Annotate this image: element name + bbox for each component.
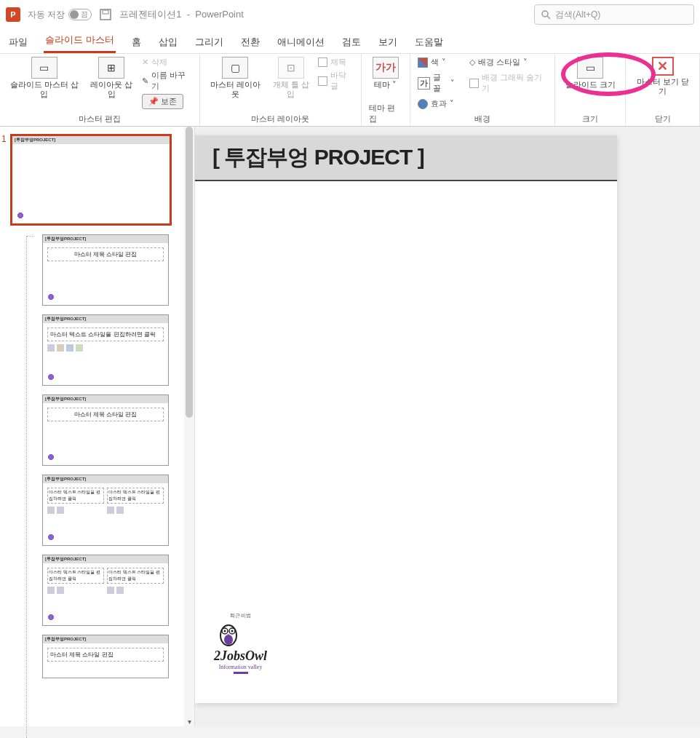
rename-button[interactable]: ✎ 이름 바꾸기 (142, 70, 192, 92)
fonts-dropdown[interactable]: 가 글꼴 ˅ (418, 72, 455, 94)
master-thumbnail[interactable]: [투잡부엉PROJECT] (10, 134, 172, 226)
layout-thumbnail[interactable]: [투잡부엉PROJECT] 마스터 제목 스타일 편집 (42, 394, 169, 466)
group-label: 크기 (582, 114, 598, 124)
group-label: 마스터 레이아웃 (251, 114, 309, 124)
effects-dropdown[interactable]: 효과 ˅ (418, 98, 455, 109)
slide-size-icon: ▭ (577, 57, 603, 79)
colors-dropdown[interactable]: 색 ˅ (418, 57, 455, 68)
menu-animations[interactable]: 애니메이션 (276, 31, 326, 53)
layout-thumbnail[interactable]: [투잡부엉PROJECT] 마스터 텍스트 스타일을 편집하려면 클릭 (42, 314, 169, 386)
layout-thumbnail[interactable]: [투잡부엉PROJECT] 마스터 제목 스타일 편집 (42, 234, 169, 306)
slide-master-preview[interactable]: [ 투잡부엉 PROJECT ] 퇴근 비법 2JobsOwl Informat… (195, 135, 617, 703)
thumb-content-icons (107, 507, 164, 514)
slide-logo: 퇴근 비법 2JobsOwl Information valley (214, 612, 267, 674)
menu-help[interactable]: 도움말 (413, 31, 445, 53)
search-input[interactable]: 검색(Alt+Q) (534, 4, 694, 25)
preserve-icon: 📌 (148, 97, 159, 106)
slide-size-button[interactable]: ▭ 슬라이드 크기 ˅ (562, 57, 618, 99)
search-icon (541, 9, 551, 20)
placeholder-icon: ⊡ (278, 57, 304, 79)
slide-title[interactable]: [ 투잡부엉 PROJECT ] (212, 143, 600, 172)
delete-icon: ✕ (142, 57, 148, 67)
checkbox-icon (318, 57, 327, 67)
checkbox-icon (469, 79, 479, 88)
insert-placeholder-button: ⊡ 개체 틀 삽입 (269, 57, 312, 99)
document-title: 프레젠테이션1 - PowerPoint (119, 8, 244, 21)
master-layout-button[interactable]: ▢ 마스터 레이아웃 (207, 57, 264, 99)
thumb-content-icons (47, 507, 104, 514)
thumb-header: [투잡부엉PROJECT] (43, 395, 168, 403)
menu-view[interactable]: 보기 (377, 31, 399, 53)
bg-styles-icon: ◇ (469, 57, 475, 67)
footers-checkbox: 바닥글 (318, 70, 353, 92)
logo-text: 2JobsOwl (214, 648, 267, 664)
menu-review[interactable]: 검토 (341, 31, 362, 53)
ribbon-group-background: 색 ˅ 가 글꼴 ˅ 효과 ˅ ◇ 배경 스타일 ˅ 배경 그래 (410, 54, 556, 126)
toggle-track[interactable]: 끔 (68, 9, 92, 20)
layout-connector (26, 236, 33, 726)
thumb-text-placeholder: 마스터 텍스트 스타일을 편집하려면 클릭 (47, 488, 104, 504)
group-label: 마스터 편집 (79, 114, 121, 124)
slide-title-bar: [ 투잡부엉 PROJECT ] (195, 135, 617, 181)
thumb-content-icons (47, 587, 104, 594)
scroll-thumb[interactable] (186, 127, 193, 418)
slide-master-icon: ▭ (31, 57, 57, 79)
background-styles-dropdown[interactable]: ◇ 배경 스타일 ˅ (469, 57, 548, 68)
menu-bar: 파일 슬라이드 마스터 홈 삽입 그리기 전환 애니메이션 검토 보기 도움말 (0, 29, 700, 54)
thumb-content-icons (47, 344, 164, 352)
toggle-state: 끔 (81, 9, 88, 20)
thumb-header: [투잡부엉PROJECT] (12, 136, 170, 144)
thumbnail-list[interactable]: [투잡부엉PROJECT] [투잡부엉PROJECT] 마스터 제목 스타일 편… (0, 127, 184, 726)
work-area: 1 [투잡부엉PROJECT] [투잡부엉PROJECT] 마스터 제목 스타일… (0, 127, 700, 726)
themes-button[interactable]: 가가 테마 ˅ (373, 57, 399, 90)
thumb-header: [투잡부엉PROJECT] (43, 475, 168, 483)
checkbox-icon (318, 76, 327, 86)
owl-logo-mini (46, 292, 56, 302)
layout-thumbnail[interactable]: [투잡부엉PROJECT] 마스터 텍스트 스타일을 편집하려면 클릭 마스터 … (42, 555, 169, 626)
layout-thumbnail[interactable]: [투잡부엉PROJECT] 마스터 텍스트 스타일을 편집하려면 클릭 마스터 … (42, 475, 169, 546)
rename-icon: ✎ (142, 76, 148, 86)
menu-home[interactable]: 홈 (130, 31, 143, 53)
insert-slide-master-button[interactable]: ▭ 슬라이드 마스터 삽입 (7, 57, 81, 99)
insert-layout-button[interactable]: ⊞ 레이아웃 삽입 (87, 57, 136, 99)
search-placeholder: 검색(Alt+Q) (555, 9, 600, 21)
menu-transitions[interactable]: 전환 (239, 31, 261, 53)
logo-top-text: 퇴근 비법 (214, 612, 267, 619)
thumb-title-placeholder: 마스터 제목 스타일 편집 (47, 648, 164, 662)
autosave-label: 자동 저장 (28, 9, 65, 21)
thumb-header: [투잡부엉PROJECT] (43, 555, 168, 563)
hide-background-checkbox: 배경 그래픽 숨기기 (469, 72, 548, 94)
ribbon-group-master-edit: ▭ 슬라이드 마스터 삽입 ⊞ 레이아웃 삽입 ✕ 삭제 ✎ 이름 바꾸기 📌 (0, 54, 200, 126)
thumb-title-placeholder: 마스터 제목 스타일 편집 (47, 408, 164, 421)
colors-icon (418, 57, 428, 68)
save-icon[interactable] (99, 8, 112, 21)
svg-point-2 (542, 11, 548, 17)
effects-icon (418, 99, 428, 109)
layout-icon: ⊞ (98, 57, 124, 79)
menu-slide-master[interactable]: 슬라이드 마스터 (44, 29, 116, 53)
title-bar: P 자동 저장 끔 프레젠테이션1 - PowerPoint 검색(Alt+Q) (0, 0, 700, 29)
autosave-toggle[interactable]: 자동 저장 끔 (28, 9, 92, 21)
thumb-text-placeholder: 마스터 텍스트 스타일을 편집하려면 클릭 (107, 568, 164, 584)
thumb-title-placeholder: 마스터 제목 스타일 편집 (47, 247, 164, 261)
group-label: 테마 편집 (369, 103, 402, 124)
thumb-text-placeholder: 마스터 텍스트 스타일을 편집하려면 클릭 (47, 328, 164, 341)
close-icon: ✕ (652, 57, 674, 76)
thumb-content-icons (107, 587, 164, 594)
svg-rect-0 (100, 9, 111, 20)
group-label: 닫기 (655, 114, 671, 124)
thumb-header: [투잡부엉PROJECT] (43, 635, 168, 643)
scroll-down-arrow[interactable]: ▾ (186, 718, 193, 726)
thumbnail-scrollbar[interactable]: ▴ ▾ (184, 127, 194, 726)
menu-file[interactable]: 파일 (7, 31, 29, 53)
preserve-button[interactable]: 📌 보존 (142, 94, 192, 109)
close-master-view-button[interactable]: ✕ 마스터 보기 닫기 (633, 57, 692, 96)
menu-draw[interactable]: 그리기 (194, 31, 225, 53)
menu-insert[interactable]: 삽입 (157, 31, 179, 53)
slide-canvas[interactable]: [ 투잡부엉 PROJECT ] 퇴근 비법 2JobsOwl Informat… (195, 127, 700, 726)
svg-point-9 (224, 635, 233, 645)
svg-rect-1 (103, 10, 108, 14)
layout-thumbnail[interactable]: [투잡부엉PROJECT] 마스터 제목 스타일 편집 (42, 635, 169, 678)
app-icon: P (6, 7, 20, 22)
owl-logo-mini (46, 532, 56, 542)
